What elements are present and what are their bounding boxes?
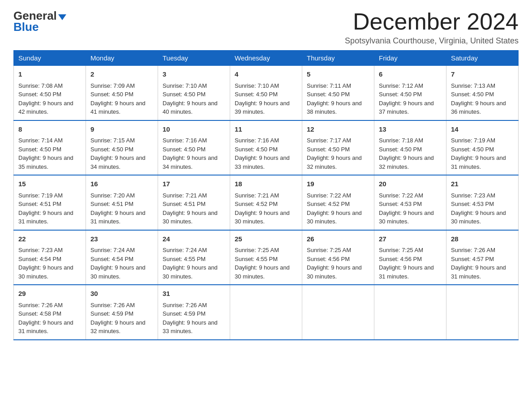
day-number: 7 bbox=[451, 69, 514, 80]
sunrise-line: Sunrise: 7:25 AM bbox=[235, 246, 297, 255]
day-number: 13 bbox=[379, 124, 442, 135]
day-number: 29 bbox=[18, 289, 81, 299]
day-number: 14 bbox=[451, 124, 514, 135]
sunrise-line: Sunrise: 7:19 AM bbox=[451, 136, 514, 145]
daylight-line: Daylight: 9 hours and 35 minutes. bbox=[18, 154, 81, 171]
header-day-wednesday: Wednesday bbox=[230, 51, 302, 66]
daylight-line: Daylight: 9 hours and 41 minutes. bbox=[90, 99, 153, 116]
daylight-line: Daylight: 9 hours and 33 minutes. bbox=[235, 154, 297, 171]
sunset-line: Sunset: 4:56 PM bbox=[379, 255, 442, 264]
sunrise-line: Sunrise: 7:23 AM bbox=[18, 246, 81, 255]
sunrise-line: Sunrise: 7:23 AM bbox=[451, 191, 514, 200]
calendar-cell: 8Sunrise: 7:14 AMSunset: 4:50 PMDaylight… bbox=[14, 120, 86, 176]
calendar-cell: 15Sunrise: 7:19 AMSunset: 4:51 PMDayligh… bbox=[14, 175, 86, 230]
calendar-cell: 24Sunrise: 7:24 AMSunset: 4:55 PMDayligh… bbox=[158, 230, 230, 285]
calendar-cell: 1Sunrise: 7:08 AMSunset: 4:50 PMDaylight… bbox=[14, 66, 86, 120]
day-number: 12 bbox=[307, 124, 369, 135]
daylight-line: Daylight: 9 hours and 30 minutes. bbox=[235, 209, 297, 226]
calendar-cell: 13Sunrise: 7:18 AMSunset: 4:50 PMDayligh… bbox=[374, 120, 446, 176]
sunrise-line: Sunrise: 7:18 AM bbox=[379, 136, 442, 145]
calendar-cell: 30Sunrise: 7:26 AMSunset: 4:59 PMDayligh… bbox=[86, 285, 158, 340]
sunset-line: Sunset: 4:59 PM bbox=[163, 309, 225, 318]
calendar-header-row: SundayMondayTuesdayWednesdayThursdayFrid… bbox=[14, 51, 519, 66]
sunset-line: Sunset: 4:55 PM bbox=[163, 255, 225, 264]
day-number: 3 bbox=[163, 69, 225, 80]
sunrise-line: Sunrise: 7:15 AM bbox=[90, 136, 153, 145]
daylight-line: Daylight: 9 hours and 30 minutes. bbox=[163, 263, 225, 281]
day-number: 5 bbox=[307, 69, 369, 80]
calendar-cell: 4Sunrise: 7:10 AMSunset: 4:50 PMDaylight… bbox=[230, 66, 302, 120]
day-number: 16 bbox=[90, 179, 153, 189]
sunset-line: Sunset: 4:50 PM bbox=[90, 90, 153, 99]
sunset-line: Sunset: 4:50 PM bbox=[18, 145, 81, 154]
calendar-week-5: 29Sunrise: 7:26 AMSunset: 4:58 PMDayligh… bbox=[14, 285, 519, 340]
sunset-line: Sunset: 4:50 PM bbox=[90, 145, 153, 154]
daylight-line: Daylight: 9 hours and 30 minutes. bbox=[235, 263, 297, 281]
daylight-line: Daylight: 9 hours and 33 minutes. bbox=[163, 318, 225, 336]
calendar-cell: 21Sunrise: 7:23 AMSunset: 4:53 PMDayligh… bbox=[446, 175, 519, 230]
calendar-cell: 16Sunrise: 7:20 AMSunset: 4:51 PMDayligh… bbox=[86, 175, 158, 230]
sunset-line: Sunset: 4:56 PM bbox=[307, 255, 369, 264]
header-day-monday: Monday bbox=[86, 51, 158, 66]
calendar-cell: 10Sunrise: 7:16 AMSunset: 4:50 PMDayligh… bbox=[158, 120, 230, 176]
daylight-line: Daylight: 9 hours and 30 minutes. bbox=[90, 263, 153, 281]
sunset-line: Sunset: 4:59 PM bbox=[90, 309, 153, 318]
calendar-cell: 5Sunrise: 7:11 AMSunset: 4:50 PMDaylight… bbox=[302, 66, 374, 120]
sunset-line: Sunset: 4:51 PM bbox=[163, 200, 225, 209]
sunset-line: Sunset: 4:50 PM bbox=[379, 90, 442, 99]
calendar-week-1: 1Sunrise: 7:08 AMSunset: 4:50 PMDaylight… bbox=[14, 66, 519, 120]
daylight-line: Daylight: 9 hours and 38 minutes. bbox=[307, 99, 369, 116]
calendar-cell: 19Sunrise: 7:22 AMSunset: 4:52 PMDayligh… bbox=[302, 175, 374, 230]
sunset-line: Sunset: 4:53 PM bbox=[451, 200, 514, 209]
sunset-line: Sunset: 4:50 PM bbox=[451, 145, 514, 154]
sunset-line: Sunset: 4:51 PM bbox=[90, 200, 153, 209]
calendar-cell bbox=[374, 285, 446, 340]
day-number: 30 bbox=[90, 289, 153, 299]
day-number: 19 bbox=[307, 179, 369, 189]
calendar-cell: 2Sunrise: 7:09 AMSunset: 4:50 PMDaylight… bbox=[86, 66, 158, 120]
sunset-line: Sunset: 4:50 PM bbox=[307, 90, 369, 99]
sunset-line: Sunset: 4:54 PM bbox=[90, 255, 153, 264]
logo-blue: Blue bbox=[13, 20, 39, 34]
calendar-cell: 28Sunrise: 7:26 AMSunset: 4:57 PMDayligh… bbox=[446, 230, 519, 285]
sunrise-line: Sunrise: 7:11 AM bbox=[307, 81, 369, 90]
daylight-line: Daylight: 9 hours and 31 minutes. bbox=[451, 154, 514, 171]
sunrise-line: Sunrise: 7:10 AM bbox=[235, 81, 297, 90]
calendar-week-2: 8Sunrise: 7:14 AMSunset: 4:50 PMDaylight… bbox=[14, 120, 519, 176]
sunset-line: Sunset: 4:51 PM bbox=[18, 200, 81, 209]
sunrise-line: Sunrise: 7:16 AM bbox=[163, 136, 225, 145]
daylight-line: Daylight: 9 hours and 37 minutes. bbox=[379, 99, 442, 116]
day-number: 2 bbox=[90, 69, 153, 80]
daylight-line: Daylight: 9 hours and 30 minutes. bbox=[307, 263, 369, 281]
calendar-cell bbox=[446, 285, 519, 340]
calendar-cell: 20Sunrise: 7:22 AMSunset: 4:53 PMDayligh… bbox=[374, 175, 446, 230]
sunrise-line: Sunrise: 7:10 AM bbox=[163, 81, 225, 90]
title-block: December 2024 Spotsylvania Courthouse, V… bbox=[345, 9, 519, 46]
sunset-line: Sunset: 4:50 PM bbox=[307, 145, 369, 154]
calendar-cell: 9Sunrise: 7:15 AMSunset: 4:50 PMDaylight… bbox=[86, 120, 158, 176]
calendar-cell: 11Sunrise: 7:16 AMSunset: 4:50 PMDayligh… bbox=[230, 120, 302, 176]
daylight-line: Daylight: 9 hours and 31 minutes. bbox=[379, 263, 442, 281]
month-title: December 2024 bbox=[345, 9, 519, 34]
day-number: 20 bbox=[379, 179, 442, 189]
sunrise-line: Sunrise: 7:24 AM bbox=[90, 246, 153, 255]
logo: General Blue bbox=[13, 9, 66, 34]
day-number: 24 bbox=[163, 234, 225, 244]
sunrise-line: Sunrise: 7:14 AM bbox=[18, 136, 81, 145]
day-number: 10 bbox=[163, 124, 225, 135]
daylight-line: Daylight: 9 hours and 31 minutes. bbox=[18, 209, 81, 226]
page-header: General Blue December 2024 Spotsylvania … bbox=[13, 9, 519, 46]
sunrise-line: Sunrise: 7:08 AM bbox=[18, 81, 81, 90]
calendar-cell: 12Sunrise: 7:17 AMSunset: 4:50 PMDayligh… bbox=[302, 120, 374, 176]
daylight-line: Daylight: 9 hours and 30 minutes. bbox=[451, 209, 514, 226]
day-number: 23 bbox=[90, 234, 153, 244]
sunset-line: Sunset: 4:50 PM bbox=[235, 145, 297, 154]
daylight-line: Daylight: 9 hours and 30 minutes. bbox=[379, 209, 442, 226]
day-number: 22 bbox=[18, 234, 81, 244]
calendar-cell: 26Sunrise: 7:25 AMSunset: 4:56 PMDayligh… bbox=[302, 230, 374, 285]
sunset-line: Sunset: 4:50 PM bbox=[451, 90, 514, 99]
daylight-line: Daylight: 9 hours and 34 minutes. bbox=[163, 154, 225, 171]
calendar-cell: 6Sunrise: 7:12 AMSunset: 4:50 PMDaylight… bbox=[374, 66, 446, 120]
day-number: 18 bbox=[235, 179, 297, 189]
sunset-line: Sunset: 4:50 PM bbox=[379, 145, 442, 154]
